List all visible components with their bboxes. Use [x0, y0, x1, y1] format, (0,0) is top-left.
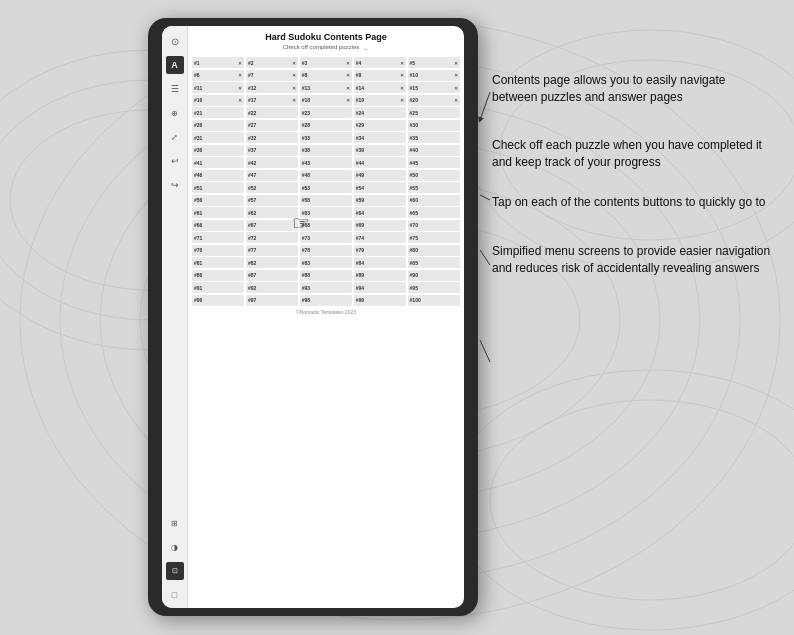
- puzzle-cell[interactable]: #25: [408, 107, 460, 118]
- puzzle-cell[interactable]: #54: [354, 182, 406, 193]
- puzzle-cell[interactable]: #51: [192, 182, 244, 193]
- puzzle-cell[interactable]: #64: [354, 207, 406, 218]
- font-icon[interactable]: A: [166, 56, 184, 74]
- puzzle-cell[interactable]: #10✕: [408, 70, 460, 81]
- puzzle-cell[interactable]: #48: [300, 170, 352, 181]
- puzzle-cell[interactable]: #79: [354, 245, 406, 256]
- layers-icon[interactable]: ◑: [166, 538, 184, 556]
- puzzle-cell[interactable]: #32: [246, 132, 298, 143]
- puzzle-cell[interactable]: #65: [408, 207, 460, 218]
- puzzle-cell[interactable]: #71: [192, 232, 244, 243]
- puzzle-cell[interactable]: #74: [354, 232, 406, 243]
- puzzle-cell[interactable]: #55: [408, 182, 460, 193]
- puzzle-cell[interactable]: #88: [300, 270, 352, 281]
- puzzle-cell[interactable]: #43: [300, 157, 352, 168]
- puzzle-cell[interactable]: #56: [192, 195, 244, 206]
- puzzle-cell[interactable]: #30: [408, 120, 460, 131]
- puzzle-cell[interactable]: #98: [300, 295, 352, 306]
- menu-icon[interactable]: ☰: [166, 80, 184, 98]
- puzzle-cell[interactable]: #68: [300, 220, 352, 231]
- puzzle-cell[interactable]: #7✕: [246, 70, 298, 81]
- puzzle-cell[interactable]: #92: [246, 282, 298, 293]
- puzzle-cell[interactable]: #42: [246, 157, 298, 168]
- puzzle-cell[interactable]: #58: [300, 195, 352, 206]
- bookmark-icon[interactable]: ⊕: [166, 104, 184, 122]
- grid-icon[interactable]: ⊞: [166, 514, 184, 532]
- settings-icon[interactable]: ⊡: [166, 562, 184, 580]
- puzzle-cell[interactable]: #84: [354, 257, 406, 268]
- puzzle-cell[interactable]: #27: [246, 120, 298, 131]
- puzzle-cell[interactable]: #62: [246, 207, 298, 218]
- puzzle-cell[interactable]: #28: [300, 120, 352, 131]
- puzzle-cell[interactable]: #44: [354, 157, 406, 168]
- puzzle-cell[interactable]: #95: [408, 282, 460, 293]
- puzzle-cell[interactable]: #34: [354, 132, 406, 143]
- puzzle-cell[interactable]: #4✕: [354, 57, 406, 68]
- puzzle-cell[interactable]: #97: [246, 295, 298, 306]
- puzzle-cell[interactable]: #39: [354, 145, 406, 156]
- puzzle-cell[interactable]: #66: [192, 220, 244, 231]
- puzzle-cell[interactable]: #15✕: [408, 82, 460, 93]
- puzzle-cell[interactable]: #31: [192, 132, 244, 143]
- puzzle-cell[interactable]: #17✕: [246, 95, 298, 106]
- puzzle-cell[interactable]: #93: [300, 282, 352, 293]
- puzzle-cell[interactable]: #82: [246, 257, 298, 268]
- puzzle-cell[interactable]: #85: [408, 257, 460, 268]
- puzzle-cell[interactable]: #33: [300, 132, 352, 143]
- puzzle-cell[interactable]: #86: [192, 270, 244, 281]
- puzzle-cell[interactable]: #47: [246, 170, 298, 181]
- expand-icon[interactable]: ⤢: [166, 128, 184, 146]
- puzzle-cell[interactable]: #29: [354, 120, 406, 131]
- puzzle-cell[interactable]: #87: [246, 270, 298, 281]
- puzzle-cell[interactable]: #21: [192, 107, 244, 118]
- puzzle-cell[interactable]: #3✕: [300, 57, 352, 68]
- puzzle-cell[interactable]: #57: [246, 195, 298, 206]
- puzzle-cell[interactable]: #75: [408, 232, 460, 243]
- puzzle-cell[interactable]: #83: [300, 257, 352, 268]
- puzzle-cell[interactable]: #89: [354, 270, 406, 281]
- puzzle-cell[interactable]: #38: [300, 145, 352, 156]
- puzzle-cell[interactable]: #24: [354, 107, 406, 118]
- puzzle-cell[interactable]: #67: [246, 220, 298, 231]
- puzzle-cell[interactable]: #69: [354, 220, 406, 231]
- puzzle-cell[interactable]: #91: [192, 282, 244, 293]
- puzzle-cell[interactable]: #63: [300, 207, 352, 218]
- puzzle-cell[interactable]: #45: [408, 157, 460, 168]
- puzzle-cell[interactable]: #9✕: [354, 70, 406, 81]
- puzzle-cell[interactable]: #94: [354, 282, 406, 293]
- puzzle-cell[interactable]: #16✕: [192, 95, 244, 106]
- puzzle-cell[interactable]: #90: [408, 270, 460, 281]
- puzzle-cell[interactable]: #11✕: [192, 82, 244, 93]
- puzzle-cell[interactable]: #6✕: [192, 70, 244, 81]
- puzzle-cell[interactable]: #78: [300, 245, 352, 256]
- frame-icon[interactable]: □: [166, 586, 184, 604]
- puzzle-cell[interactable]: #61: [192, 207, 244, 218]
- puzzle-cell[interactable]: #60: [408, 195, 460, 206]
- puzzle-cell[interactable]: #12✕: [246, 82, 298, 93]
- puzzle-cell[interactable]: #2✕: [246, 57, 298, 68]
- puzzle-cell[interactable]: #41: [192, 157, 244, 168]
- puzzle-cell[interactable]: #22: [246, 107, 298, 118]
- puzzle-cell[interactable]: #100: [408, 295, 460, 306]
- forward-icon[interactable]: ↪: [166, 176, 184, 194]
- puzzle-cell[interactable]: #35: [408, 132, 460, 143]
- puzzle-cell[interactable]: #50: [408, 170, 460, 181]
- puzzle-cell[interactable]: #99: [354, 295, 406, 306]
- puzzle-cell[interactable]: #73: [300, 232, 352, 243]
- puzzle-cell[interactable]: #36: [192, 145, 244, 156]
- puzzle-cell[interactable]: #20✕: [408, 95, 460, 106]
- puzzle-cell[interactable]: #81: [192, 257, 244, 268]
- puzzle-cell[interactable]: #8✕: [300, 70, 352, 81]
- puzzle-cell[interactable]: #70: [408, 220, 460, 231]
- puzzle-cell[interactable]: #96: [192, 295, 244, 306]
- puzzle-cell[interactable]: #23: [300, 107, 352, 118]
- puzzle-cell[interactable]: #53: [300, 182, 352, 193]
- puzzle-cell[interactable]: #26: [192, 120, 244, 131]
- puzzle-cell[interactable]: #40: [408, 145, 460, 156]
- back-icon[interactable]: ↩: [166, 152, 184, 170]
- puzzle-cell[interactable]: #52: [246, 182, 298, 193]
- puzzle-cell[interactable]: #14✕: [354, 82, 406, 93]
- puzzle-cell[interactable]: #77: [246, 245, 298, 256]
- puzzle-cell[interactable]: #1✕: [192, 57, 244, 68]
- home-icon[interactable]: ⊙: [166, 32, 184, 50]
